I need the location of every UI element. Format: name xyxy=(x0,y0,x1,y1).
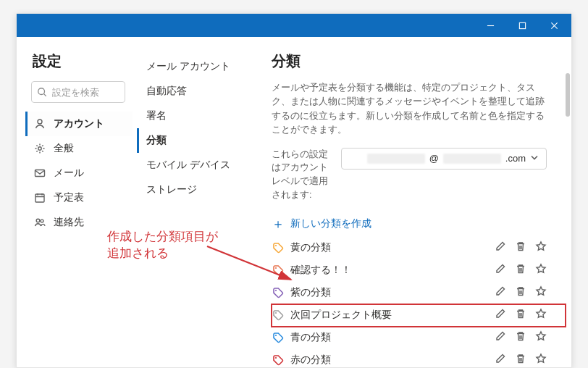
tag-icon xyxy=(272,331,285,344)
delete-icon[interactable] xyxy=(515,353,526,367)
window-maximize-button[interactable] xyxy=(506,14,538,37)
subnav-signature[interactable]: 署名 xyxy=(137,104,250,128)
nav-calendar[interactable]: 予定表 xyxy=(25,185,133,210)
settings-sidebar: 設定 アカウント 全般 メール xyxy=(17,37,133,367)
tag-icon xyxy=(272,264,285,277)
settings-title: 設定 xyxy=(33,51,133,71)
plus-icon: ＋ xyxy=(272,215,285,233)
tag-icon xyxy=(272,309,285,322)
nav-account[interactable]: アカウント xyxy=(25,112,133,136)
subnav-categories[interactable]: 分類 xyxy=(137,128,250,153)
category-name: 黄の分類 xyxy=(290,241,495,254)
favorite-icon[interactable] xyxy=(535,353,547,367)
subnav-autoreply[interactable]: 自動応答 xyxy=(137,79,250,104)
scrollbar-thumb[interactable] xyxy=(566,73,570,117)
account-suffix: .com xyxy=(505,153,526,164)
svg-point-11 xyxy=(275,312,277,314)
window-close-button[interactable] xyxy=(538,14,570,37)
category-name: 青の分類 xyxy=(290,331,495,344)
mail-icon xyxy=(33,167,46,179)
nav-general[interactable]: 全般 xyxy=(25,136,133,161)
subnav-mobile-devices[interactable]: モバイル デバイス xyxy=(137,153,250,177)
edit-icon[interactable] xyxy=(495,308,506,322)
svg-point-1 xyxy=(38,88,45,95)
delete-icon[interactable] xyxy=(515,241,526,255)
svg-point-7 xyxy=(41,219,43,222)
category-name: 紫の分類 xyxy=(290,286,495,299)
favorite-icon[interactable] xyxy=(535,241,547,255)
favorite-icon[interactable] xyxy=(535,263,547,277)
people-icon xyxy=(33,217,46,228)
subnav-storage[interactable]: ストレージ xyxy=(137,177,250,202)
svg-point-12 xyxy=(275,335,277,336)
edit-icon[interactable] xyxy=(495,353,506,367)
category-row[interactable]: 次回プロジェクト概要 xyxy=(272,304,566,327)
delete-icon[interactable] xyxy=(515,330,526,345)
delete-icon[interactable] xyxy=(515,308,526,322)
favorite-icon[interactable] xyxy=(535,285,547,300)
person-icon xyxy=(33,118,46,130)
settings-subnav: メール アカウント 自動応答 署名 分類 モバイル デバイス ストレージ xyxy=(133,37,254,367)
tag-icon xyxy=(272,354,285,367)
category-row[interactable]: 紫の分類 xyxy=(272,282,566,304)
delete-icon[interactable] xyxy=(515,263,526,277)
nav-label: アカウント xyxy=(54,117,104,130)
main-description: メールや予定表を分類する機能は、特定のプロジェクト、タスク、または人物に関連する… xyxy=(272,81,566,138)
category-name: 次回プロジェクト概要 xyxy=(290,309,495,322)
subnav-mail-accounts[interactable]: メール アカウント xyxy=(137,54,250,79)
settings-window: 設定 アカウント 全般 メール xyxy=(16,13,572,368)
nav-label: 予定表 xyxy=(54,191,84,204)
account-scope-label: これらの設定はアカウント レベルで適用されます: xyxy=(272,148,334,202)
svg-rect-0 xyxy=(519,22,525,28)
gear-icon xyxy=(33,143,46,154)
nav-label: 全般 xyxy=(54,142,74,155)
search-icon xyxy=(37,87,47,100)
svg-point-9 xyxy=(275,267,277,269)
category-row[interactable]: 確認する！！ xyxy=(272,259,566,282)
svg-rect-5 xyxy=(35,194,44,202)
chevron-down-icon xyxy=(530,153,539,164)
calendar-icon xyxy=(33,192,46,204)
window-minimize-button[interactable] xyxy=(474,14,506,37)
category-name: 赤の分類 xyxy=(290,354,495,367)
account-redacted-local xyxy=(367,154,425,164)
tag-icon xyxy=(272,286,285,299)
category-row[interactable]: 赤の分類 xyxy=(272,349,566,368)
nav-label: 連絡先 xyxy=(54,216,84,229)
category-list: 黄の分類確認する！！紫の分類次回プロジェクト概要青の分類赤の分類緑の分類 xyxy=(272,237,566,368)
category-name: 確認する！！ xyxy=(290,264,495,277)
account-select[interactable]: @ .com xyxy=(341,148,547,170)
svg-point-6 xyxy=(36,219,40,222)
nav-label: メール xyxy=(54,167,84,180)
edit-icon[interactable] xyxy=(495,330,506,345)
edit-icon[interactable] xyxy=(495,263,506,277)
category-row[interactable]: 黄の分類 xyxy=(272,237,566,259)
create-category-label: 新しい分類を作成 xyxy=(290,217,371,230)
tag-icon xyxy=(272,241,285,254)
category-row[interactable]: 青の分類 xyxy=(272,327,566,349)
create-category-button[interactable]: ＋ 新しい分類を作成 xyxy=(272,212,566,235)
edit-icon[interactable] xyxy=(495,241,506,255)
nav-contacts[interactable]: 連絡先 xyxy=(25,210,133,235)
account-at: @ xyxy=(429,153,439,164)
svg-point-10 xyxy=(275,290,277,291)
edit-icon[interactable] xyxy=(495,285,506,300)
titlebar xyxy=(17,14,571,37)
settings-nav: アカウント 全般 メール 予定表 xyxy=(25,112,133,235)
svg-point-3 xyxy=(38,147,41,150)
svg-point-8 xyxy=(275,245,277,246)
main-panel: 分類 メールや予定表を分類する機能は、特定のプロジェクト、タスク、または人物に関… xyxy=(254,37,571,367)
account-redacted-domain xyxy=(443,154,501,164)
svg-point-2 xyxy=(38,120,42,124)
svg-point-13 xyxy=(275,357,277,359)
delete-icon[interactable] xyxy=(515,285,526,300)
nav-mail[interactable]: メール xyxy=(25,161,133,185)
favorite-icon[interactable] xyxy=(535,330,547,345)
main-title: 分類 xyxy=(272,51,566,71)
favorite-icon[interactable] xyxy=(535,308,547,322)
